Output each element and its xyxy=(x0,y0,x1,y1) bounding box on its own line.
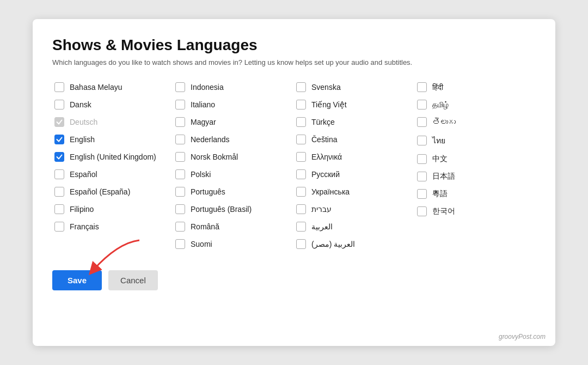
list-item[interactable]: Français xyxy=(52,218,173,235)
lang-label: Ελληνικά xyxy=(311,153,342,161)
lang-label: 한국어 xyxy=(432,206,455,216)
checkbox[interactable] xyxy=(296,135,306,144)
checkbox[interactable] xyxy=(296,187,306,197)
lang-col-1: IndonesiaItalianoMagyarNederlandsNorsk B… xyxy=(173,78,294,253)
checkbox[interactable] xyxy=(175,117,185,127)
list-item[interactable]: Tiếng Việt xyxy=(294,96,415,113)
list-item[interactable]: Español (España) xyxy=(52,183,173,200)
checkbox[interactable] xyxy=(296,82,306,92)
list-item[interactable]: Filipino xyxy=(52,200,173,218)
list-item[interactable]: Română xyxy=(173,218,294,235)
footer: Save Cancel xyxy=(52,270,536,290)
list-item[interactable]: Türkçe xyxy=(294,113,415,131)
list-item[interactable]: Polski xyxy=(173,166,294,183)
checkbox[interactable] xyxy=(417,172,427,181)
list-item[interactable]: తెలుగు xyxy=(415,113,536,131)
checkbox[interactable] xyxy=(175,152,185,162)
lang-label: Nederlands xyxy=(191,135,230,144)
checkbox[interactable] xyxy=(417,206,427,216)
list-item[interactable]: Українська xyxy=(294,183,415,200)
checkbox[interactable] xyxy=(54,117,64,127)
checkbox[interactable] xyxy=(296,204,306,214)
list-item[interactable]: Ελληνικά xyxy=(294,148,415,166)
lang-label: Română xyxy=(191,222,219,231)
list-item[interactable]: English xyxy=(52,131,173,148)
list-item[interactable]: 日本語 xyxy=(415,168,536,185)
list-item[interactable]: Magyar xyxy=(173,113,294,131)
list-item[interactable]: Italiano xyxy=(173,96,294,113)
list-item[interactable]: हिंदी xyxy=(415,78,536,96)
list-item[interactable]: English (United Kingdom) xyxy=(52,148,173,166)
list-item[interactable]: 中文 xyxy=(415,150,536,168)
list-item[interactable]: தமிழ் xyxy=(415,96,536,113)
lang-col-3: हिंदीதமிழ்తెలుగుไทย中文日本語粵語한국어 xyxy=(415,78,536,253)
checkbox[interactable] xyxy=(296,239,306,249)
lang-label: Español (España) xyxy=(70,187,130,196)
lang-label: 中文 xyxy=(432,154,448,164)
list-item[interactable]: Norsk Bokmål xyxy=(173,148,294,166)
languages-grid: Bahasa MelayuDanskDeutschEnglishEnglish … xyxy=(52,78,536,253)
cancel-button[interactable]: Cancel xyxy=(108,270,158,290)
list-item[interactable]: 粵語 xyxy=(415,185,536,203)
list-item[interactable]: Português xyxy=(173,183,294,200)
checkbox[interactable] xyxy=(175,222,185,232)
checkbox[interactable] xyxy=(54,82,64,92)
checkbox[interactable] xyxy=(175,239,185,249)
checkbox[interactable] xyxy=(54,204,64,214)
watermark: groovyPost.com xyxy=(499,333,546,340)
lang-label: Türkçe xyxy=(311,118,335,126)
checkbox[interactable] xyxy=(54,187,64,197)
lang-label: Tiếng Việt xyxy=(311,100,347,109)
checkbox[interactable] xyxy=(296,169,306,179)
list-item[interactable]: Deutsch xyxy=(52,113,173,131)
list-item[interactable]: Português (Brasil) xyxy=(173,200,294,218)
checkbox[interactable] xyxy=(296,117,306,127)
list-item[interactable]: Español xyxy=(52,166,173,183)
checkbox[interactable] xyxy=(175,187,185,197)
lang-label: עברית xyxy=(311,205,332,214)
checkbox[interactable] xyxy=(417,100,427,110)
checkbox[interactable] xyxy=(175,100,185,110)
lang-label: English xyxy=(70,135,95,144)
checkbox[interactable] xyxy=(417,154,427,164)
checkbox[interactable] xyxy=(417,82,427,92)
lang-label: Русский xyxy=(311,170,340,179)
lang-label: தமிழ் xyxy=(432,100,449,110)
list-item[interactable]: Bahasa Melayu xyxy=(52,78,173,96)
checkbox[interactable] xyxy=(417,136,427,145)
lang-label: Polski xyxy=(191,170,211,179)
checkbox[interactable] xyxy=(417,189,427,199)
checkbox[interactable] xyxy=(175,169,185,179)
list-item[interactable]: العربية xyxy=(294,218,415,235)
lang-label: العربية (مصر) xyxy=(311,240,355,248)
lang-label: English (United Kingdom) xyxy=(70,153,156,161)
save-button[interactable]: Save xyxy=(52,270,102,290)
checkbox[interactable] xyxy=(54,222,64,232)
checkbox[interactable] xyxy=(54,135,64,144)
dialog-subtitle: Which languages do you like to watch sho… xyxy=(52,58,536,66)
checkbox[interactable] xyxy=(175,204,185,214)
list-item[interactable]: עברית xyxy=(294,200,415,218)
list-item[interactable]: Dansk xyxy=(52,96,173,113)
lang-label: Français xyxy=(70,222,99,231)
checkbox[interactable] xyxy=(54,100,64,110)
checkbox[interactable] xyxy=(296,152,306,162)
list-item[interactable]: Indonesia xyxy=(173,78,294,96)
list-item[interactable]: ไทย xyxy=(415,131,536,150)
list-item[interactable]: Русский xyxy=(294,166,415,183)
list-item[interactable]: Čeština xyxy=(294,131,415,148)
checkbox[interactable] xyxy=(417,117,427,127)
checkbox[interactable] xyxy=(175,82,185,92)
checkbox[interactable] xyxy=(296,222,306,232)
checkbox[interactable] xyxy=(296,100,306,110)
checkbox[interactable] xyxy=(175,135,185,144)
list-item[interactable]: Suomi xyxy=(173,235,294,253)
lang-label: Svenska xyxy=(311,83,341,92)
list-item[interactable]: 한국어 xyxy=(415,203,536,220)
list-item[interactable]: Svenska xyxy=(294,78,415,96)
list-item[interactable]: العربية (مصر) xyxy=(294,235,415,253)
checkbox[interactable] xyxy=(54,169,64,179)
lang-label: Deutsch xyxy=(70,118,97,126)
list-item[interactable]: Nederlands xyxy=(173,131,294,148)
checkbox[interactable] xyxy=(54,152,64,162)
